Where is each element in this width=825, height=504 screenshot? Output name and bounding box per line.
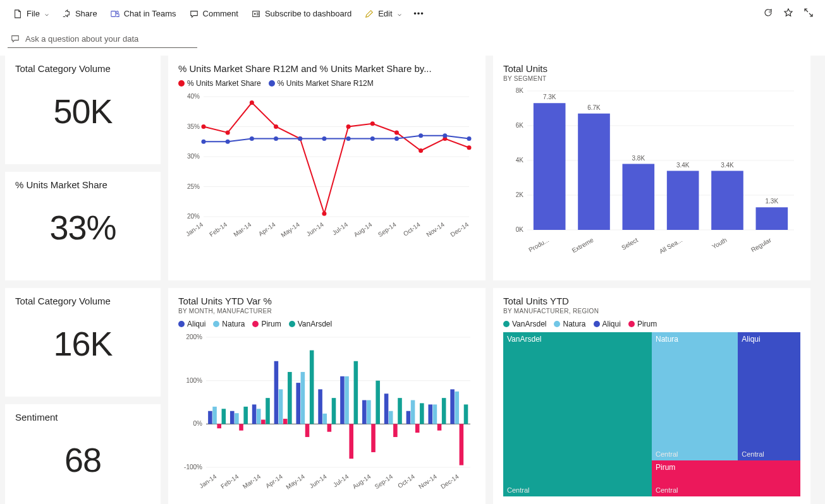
svg-rect-134 [415,424,420,433]
comment-label: Comment [203,9,238,18]
qa-input[interactable]: Ask a question about your data [8,30,197,48]
share-label: Share [75,9,97,18]
subscribe-button[interactable]: Subscribe to dashboard [246,6,357,21]
legend-item: % Units Market Share R12M [269,79,374,88]
svg-rect-100 [266,398,270,424]
share-button[interactable]: Share [56,6,102,21]
legend-dot-icon [178,321,185,327]
svg-text:Jan-14: Jan-14 [185,220,205,237]
svg-text:Youth: Youth [711,236,728,250]
svg-text:Select: Select [620,236,639,251]
svg-rect-63 [578,114,610,230]
kpi-value: 50K [15,92,150,131]
edit-icon [364,9,374,19]
svg-rect-130 [398,398,402,424]
kpi-sentiment[interactable]: Sentiment 68 [5,404,161,504]
svg-point-40 [250,136,254,141]
svg-rect-97 [252,404,257,424]
file-icon [13,9,23,19]
svg-rect-75 [756,207,788,230]
svg-text:Aug-14: Aug-14 [351,472,372,490]
svg-rect-110 [310,351,314,424]
svg-point-32 [346,124,351,129]
kpi-total-category-volume-1[interactable]: Total Category Volume 50K [5,56,161,164]
svg-text:40%: 40% [187,93,200,100]
tile-title: % Units Market Share [15,179,150,190]
legend-item: VanArsdel [289,320,332,328]
svg-text:3.4K: 3.4K [721,162,734,169]
svg-text:Regular: Regular [750,236,773,253]
svg-text:Mar-14: Mar-14 [241,472,262,489]
more-menu[interactable]: ••• [409,6,429,21]
fullscreen-button[interactable] [800,5,817,22]
tile-subtitle: BY MANUFACTURER, REGION [503,308,800,315]
kpi-units-market-share[interactable]: % Units Market Share 33% [5,172,161,280]
svg-rect-122 [362,400,367,424]
legend-item: Pirum [252,320,281,328]
svg-rect-69 [667,171,699,231]
svg-text:May-14: May-14 [279,220,301,238]
star-icon [783,8,793,18]
edit-menu[interactable]: Edit ⌵ [359,6,406,21]
svg-rect-117 [340,376,345,424]
file-menu[interactable]: File ⌵ [8,6,54,21]
legend-dot-icon [554,321,560,327]
total-units-ytd-var-chart[interactable]: Total Units YTD Var % BY MONTH, MANUFACT… [168,288,486,504]
chat-teams-button[interactable]: Chat in Teams [105,6,181,21]
kpi-total-category-volume-2[interactable]: Total Category Volume 16K [5,288,161,397]
favorite-button[interactable] [779,5,797,22]
legend-dot-icon [252,321,259,327]
bar-chart-svg: 0K2K4K6K8K7.3KProdu...6.7KExtreme3.8KSel… [503,82,800,259]
svg-text:7.3K: 7.3K [543,93,556,100]
svg-rect-107 [296,383,300,424]
file-label: File [27,9,40,18]
line-chart-svg: 20%25%30%35%40%Jan-14Feb-14Mar-14Apr-14M… [178,90,475,248]
tile-subtitle: BY MONTH, MANUFACTURER [178,308,475,315]
svg-point-3 [254,13,256,15]
svg-rect-145 [464,404,468,424]
svg-point-44 [346,136,351,141]
treemap-cell-aliqui[interactable]: Aliqui Central [738,332,800,460]
svg-text:May-14: May-14 [284,472,306,490]
refresh-button[interactable] [759,5,777,22]
svg-text:Feb-14: Feb-14 [219,472,240,489]
treemap-cell-vanarsdel[interactable]: VanArsdel Central [503,332,652,496]
svg-text:Jun-14: Jun-14 [308,472,328,489]
svg-text:Oct-14: Oct-14 [396,472,416,489]
svg-point-26 [202,124,206,129]
legend-item: Natura [554,320,585,328]
tile-title: Sentiment [15,412,150,423]
legend-dot-icon [269,80,275,87]
svg-rect-87 [208,411,212,424]
svg-rect-109 [305,424,310,437]
market-share-line-chart[interactable]: % Units Market Share R12M and % Units Ma… [168,56,486,280]
svg-rect-144 [460,424,464,465]
legend-dot-icon [178,80,185,87]
tile-title: Total Units [503,63,800,74]
svg-rect-105 [288,372,292,424]
svg-text:Jun-14: Jun-14 [305,220,326,237]
dashboard-grid: Total Category Volume 50K % Units Market… [0,56,825,504]
total-units-ytd-treemap[interactable]: Total Units YTD BY MANUFACTURER, REGION … [493,288,810,504]
treemap-cell-pirum[interactable]: Pirum Central [652,460,800,496]
svg-rect-135 [420,403,424,424]
svg-rect-60 [534,103,566,230]
svg-point-1 [116,11,118,13]
treemap-cell-natura[interactable]: Natura Central [652,332,738,460]
svg-rect-94 [239,424,243,430]
svg-text:Mar-14: Mar-14 [232,220,253,237]
svg-text:Dec-14: Dec-14 [439,472,460,490]
svg-text:Nov-14: Nov-14 [417,472,438,490]
tile-title: Total Category Volume [15,63,150,74]
svg-text:Sep-14: Sep-14 [374,472,394,490]
svg-rect-89 [217,424,221,428]
legend-dot-icon [289,321,295,327]
svg-point-27 [226,131,230,135]
total-units-segment-chart[interactable]: Total Units BY SEGMENT 0K2K4K6K8K7.3KPro… [493,56,810,280]
svg-rect-127 [384,393,389,424]
legend: % Units Market Share % Units Market Shar… [178,79,475,88]
svg-rect-139 [437,424,442,430]
comment-button[interactable]: Comment [184,6,243,21]
legend-item: Natura [213,320,245,328]
svg-text:Nov-14: Nov-14 [425,220,446,238]
